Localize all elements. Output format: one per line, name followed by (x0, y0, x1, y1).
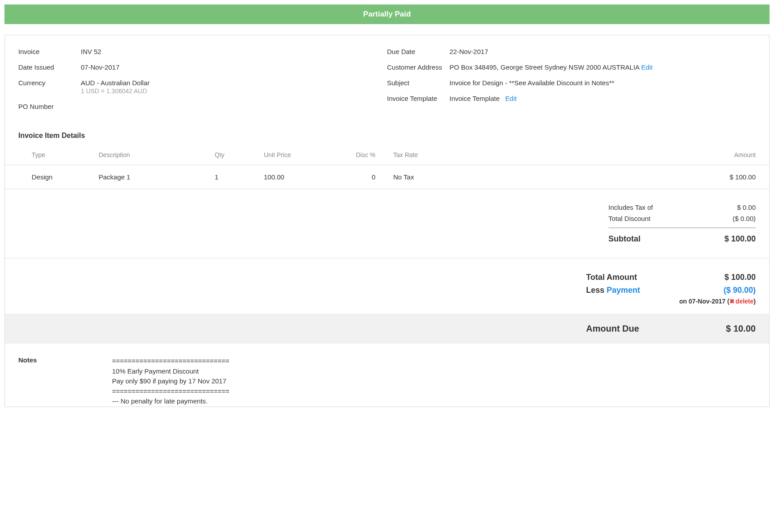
currency-exchange-rate: 1 USD = 1.306042 AUD (81, 87, 387, 95)
col-description: Description (94, 146, 210, 165)
invoice-number-value: INV 52 (81, 48, 387, 55)
payment-on-date: 07-Nov-2017 (689, 298, 726, 305)
col-tax-rate: Tax Rate (389, 146, 469, 165)
due-date-value: 22-Nov-2017 (449, 48, 756, 55)
notes-section: Notes ============================== 10%… (5, 344, 769, 407)
col-qty: Qty (210, 146, 259, 165)
date-issued-label: Date Issued (18, 63, 81, 71)
notes-body: ============================== 10% Early… (112, 356, 229, 407)
meta-left-column: Invoice INV 52 Date Issued 07-Nov-2017 C… (18, 48, 387, 118)
total-discount-label: Total Discount (608, 215, 650, 222)
edit-invoice-template-link[interactable]: Edit (505, 95, 517, 102)
total-amount-label: Total Amount (586, 273, 637, 282)
item-type: Design (5, 165, 94, 189)
total-discount-value: ($ 0.00) (732, 215, 756, 222)
date-issued-value: 07-Nov-2017 (81, 63, 387, 71)
invoice-template-label: Invoice Template (387, 95, 449, 102)
po-number-label: PO Number (18, 103, 81, 110)
total-amount-value: $ 100.00 (724, 273, 756, 282)
subject-value: Invoice for Design - **See Available Dis… (449, 79, 756, 87)
includes-tax-label: Includes Tax of (608, 204, 653, 211)
col-discount: Disc % (344, 146, 389, 165)
includes-tax-value: $ 0.00 (737, 204, 756, 211)
item-tax-rate: No Tax (389, 165, 469, 189)
status-banner: Partially Paid (4, 4, 770, 24)
col-type: Type (5, 146, 94, 165)
delete-payment-text: delete (736, 298, 753, 305)
col-amount: Amount (469, 146, 769, 165)
subtotals-block: Includes Tax of $ 0.00 Total Discount ($… (5, 189, 769, 258)
payment-paren-open: ( (725, 298, 729, 305)
payment-paren-close: ) (753, 298, 756, 305)
item-discount: 0 (344, 165, 389, 189)
table-row: Design Package 1 1 100.00 0 No Tax $ 100… (5, 165, 769, 189)
due-date-label: Due Date (387, 48, 449, 55)
invoice-number-label: Invoice (18, 48, 81, 55)
close-icon: ✖ (729, 298, 735, 305)
amount-due-value: $ 10.00 (726, 324, 756, 334)
invoice-card: Invoice INV 52 Date Issued 07-Nov-2017 C… (4, 35, 770, 407)
less-payment-value: ($ 90.00) (724, 286, 756, 295)
amount-due-label: Amount Due (586, 324, 639, 334)
col-unit-price: Unit Price (259, 146, 344, 165)
subtotal-value: $ 100.00 (724, 234, 756, 244)
item-qty: 1 (210, 165, 259, 189)
grand-total-block: Total Amount $ 100.00 Less Payment ($ 90… (5, 258, 769, 314)
item-description: Package 1 (94, 165, 210, 189)
payment-link[interactable]: Payment (607, 286, 640, 295)
customer-address-label: Customer Address (387, 63, 449, 71)
item-unit-price: 100.00 (259, 165, 344, 189)
delete-payment-link[interactable]: ✖delete (729, 298, 753, 305)
payment-meta: on 07-Nov-2017 (✖delete) (586, 298, 756, 305)
payment-on-prefix: on (679, 298, 689, 305)
amount-due-bar: Amount Due $ 10.00 (5, 314, 769, 344)
item-amount: $ 100.00 (469, 165, 769, 189)
notes-label: Notes (18, 356, 112, 407)
currency-value: AUD - Australian Dollar (81, 79, 387, 87)
items-section-title: Invoice Item Details (5, 123, 769, 146)
currency-label: Currency (18, 79, 81, 87)
invoice-template-value: Invoice Template (449, 95, 499, 102)
edit-customer-address-link[interactable]: Edit (641, 63, 653, 71)
less-label: Less (586, 286, 604, 295)
invoice-meta: Invoice INV 52 Date Issued 07-Nov-2017 C… (5, 35, 769, 123)
customer-address-value: PO Box 348495, George Street Sydney NSW … (449, 63, 639, 71)
invoice-items-table: Type Description Qty Unit Price Disc % T… (5, 146, 769, 189)
meta-right-column: Due Date 22-Nov-2017 Customer Address PO… (387, 48, 756, 118)
subject-label: Subject (387, 79, 449, 87)
subtotal-label: Subtotal (608, 234, 641, 244)
